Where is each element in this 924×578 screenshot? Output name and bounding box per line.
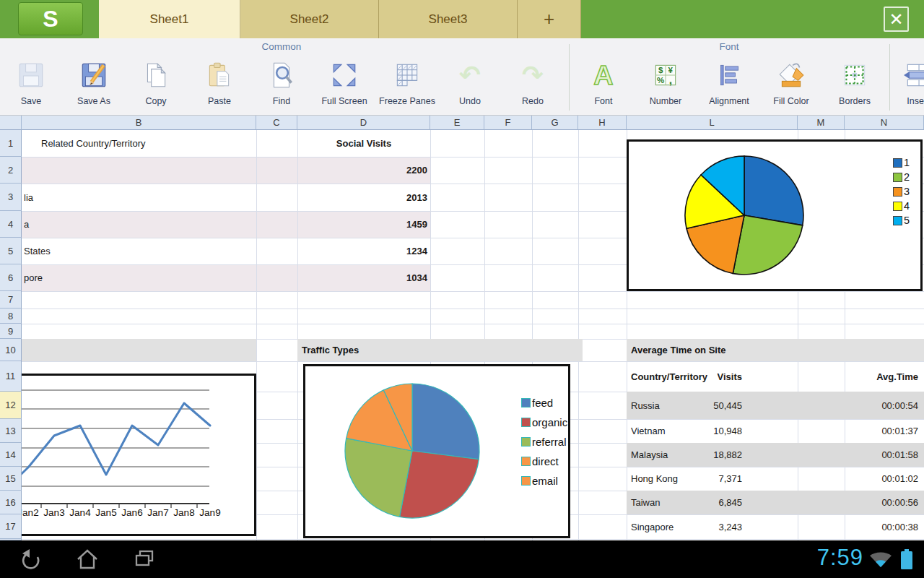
row-header-12[interactable]: 12: [0, 392, 22, 419]
row-header-9[interactable]: 9: [0, 324, 22, 339]
traffic-types-band: Traffic Types: [297, 339, 583, 361]
site-table-row-malaysia[interactable]: Malaysia18,88200:01:58: [627, 443, 924, 467]
site-table-row-russia[interactable]: Russia50,44500:00:54: [627, 392, 924, 419]
column-header-M[interactable]: M: [798, 116, 845, 130]
column-header-H[interactable]: H: [578, 116, 627, 130]
row-header-15[interactable]: 15: [0, 467, 22, 491]
site-table-visits[interactable]: 18,882: [655, 443, 742, 467]
toolbar-freeze-panes-button[interactable]: Freeze Panes: [375, 60, 439, 106]
spreadsheet-app: { "topbar": { "logo": "S", "tabs": [ {"l…: [0, 0, 924, 578]
legend-item-feed: feed: [521, 397, 553, 409]
toolbar-save-as-button[interactable]: Save As: [62, 60, 126, 106]
column-header-C[interactable]: C: [256, 116, 297, 130]
find-icon: [266, 60, 297, 90]
column-header-G[interactable]: G: [532, 116, 578, 130]
toolbar-alignment-button[interactable]: Alignment: [697, 60, 761, 106]
site-table-visits[interactable]: 3,243: [655, 514, 742, 539]
cell-d3-visits-value[interactable]: 2013: [297, 184, 427, 211]
cell-d4-visits-value[interactable]: 1459: [297, 211, 427, 238]
cell-d2-visits-value[interactable]: 2200: [297, 157, 427, 184]
close-button[interactable]: ✕: [884, 7, 909, 32]
site-table-header-avgtime[interactable]: Avg.Time: [832, 361, 918, 392]
cell-d1-social-visits[interactable]: Social Visits: [297, 130, 430, 157]
row-header-17[interactable]: 17: [0, 514, 22, 539]
tab-sheet2[interactable]: Sheet2: [240, 0, 379, 38]
row-header-7[interactable]: 7: [0, 291, 22, 309]
gridline-horizontal: [22, 309, 924, 309]
column-header-L[interactable]: L: [627, 116, 798, 130]
site-table-header-visits[interactable]: Visits: [655, 361, 742, 392]
toolbar-fill-color-button[interactable]: Fill Color: [759, 60, 823, 106]
site-table-visits[interactable]: 10,948: [655, 419, 742, 443]
tab-sheet3[interactable]: Sheet3: [379, 0, 518, 38]
site-table-visits[interactable]: 50,445: [655, 392, 742, 419]
select-all-corner[interactable]: [0, 116, 22, 130]
row-header-13[interactable]: 13: [0, 419, 22, 443]
site-table-avgtime[interactable]: 00:01:02: [832, 467, 918, 491]
row-header-11[interactable]: 11: [0, 361, 22, 392]
site-table-row-vietnam[interactable]: Vietnam10,94800:01:37: [627, 419, 924, 443]
row-header-2[interactable]: 2: [0, 157, 22, 184]
freeze-panes-icon: [392, 60, 422, 90]
spreadsheet-grid[interactable]: BCDEFGHLMN1234567891011121314151617Relat…: [0, 116, 924, 540]
legend-label: feed: [532, 397, 553, 409]
site-table-avgtime[interactable]: 00:01:58: [832, 443, 918, 467]
site-table-visits[interactable]: 6,845: [655, 491, 742, 514]
row-header-1[interactable]: 1: [0, 130, 22, 157]
toolbar-borders-button[interactable]: Borders: [823, 60, 886, 106]
cell-d6-visits-value[interactable]: 1034: [297, 264, 427, 291]
column-header-B[interactable]: B: [22, 116, 256, 130]
column-header-F[interactable]: F: [484, 116, 532, 130]
column-header-N[interactable]: N: [845, 116, 924, 130]
back-icon[interactable]: [19, 548, 43, 571]
row-header-16[interactable]: 16: [0, 491, 22, 514]
toolbar-full-screen-button[interactable]: Full Screen: [313, 60, 376, 106]
legend-label: 4: [904, 200, 910, 212]
legend-label: 5: [904, 215, 910, 226]
legend-swatch: [521, 457, 531, 466]
column-header-D[interactable]: D: [297, 116, 430, 130]
daily-visits-line-chart[interactable]: Jan2Jan3Jan4Jan5Jan6Jan7Jan8Jan9: [0, 374, 256, 536]
cell-d5-visits-value[interactable]: 1234: [297, 238, 427, 264]
column-header-E[interactable]: E: [430, 116, 484, 130]
site-table-row-hong-kong[interactable]: Hong Kong7,37100:01:02: [627, 467, 924, 491]
row-header-4[interactable]: 4: [0, 211, 22, 238]
toolbar-insert-button[interactable]: Insert: [886, 60, 924, 106]
site-table-visits[interactable]: 7,371: [655, 467, 742, 491]
recent-apps-icon[interactable]: [133, 548, 157, 571]
close-icon: ✕: [889, 9, 903, 29]
toolbar-copy-button[interactable]: Copy: [124, 60, 188, 106]
cell-b4-country-fragment[interactable]: a: [24, 211, 240, 238]
site-table-row-taiwan[interactable]: Taiwan6,84500:00:56: [627, 491, 924, 514]
row-header-3[interactable]: 3: [0, 184, 22, 211]
cell-b5-country-fragment[interactable]: States: [24, 238, 240, 264]
title-bar: S Sheet1Sheet2Sheet3+ ✕: [0, 0, 924, 38]
cell-b1-related-country-territory[interactable]: Related Country/Territory: [41, 130, 250, 157]
add-sheet-tab[interactable]: +: [518, 0, 581, 38]
traffic-types-pie-chart[interactable]: feedorganicreferraldirectemail: [303, 364, 570, 538]
row-header-10[interactable]: 10: [0, 339, 22, 361]
toolbar-button-label: Full Screen: [313, 96, 376, 106]
app-logo-button[interactable]: S: [18, 2, 83, 35]
site-table-avgtime[interactable]: 00:00:54: [832, 392, 918, 419]
toolbar-find-button[interactable]: Find: [250, 60, 313, 106]
svg-text:A: A: [593, 60, 613, 90]
cell-b6-country-fragment[interactable]: pore: [24, 264, 240, 291]
cell-b3-country-fragment[interactable]: lia: [24, 184, 240, 211]
site-table-avgtime[interactable]: 00:00:38: [832, 514, 918, 539]
borders-icon: [840, 60, 870, 90]
toolbar-paste-button[interactable]: Paste: [188, 60, 251, 106]
toolbar-number-button[interactable]: $¥%,Number: [634, 60, 697, 106]
toolbar-save-button: Save: [0, 60, 63, 106]
home-icon[interactable]: [75, 548, 100, 571]
row-header-6[interactable]: 6: [0, 264, 22, 291]
site-table-avgtime[interactable]: 00:00:56: [832, 491, 918, 514]
social-visits-pie-chart[interactable]: 12345: [627, 139, 923, 291]
toolbar-font-button[interactable]: AFont: [572, 60, 635, 106]
site-table-row-singapore[interactable]: Singapore3,24300:00:38: [627, 514, 924, 539]
row-header-5[interactable]: 5: [0, 238, 22, 264]
row-header-14[interactable]: 14: [0, 443, 22, 467]
site-table-avgtime[interactable]: 00:01:37: [832, 419, 918, 443]
row-header-8[interactable]: 8: [0, 309, 22, 324]
tab-sheet1[interactable]: Sheet1: [99, 0, 240, 38]
